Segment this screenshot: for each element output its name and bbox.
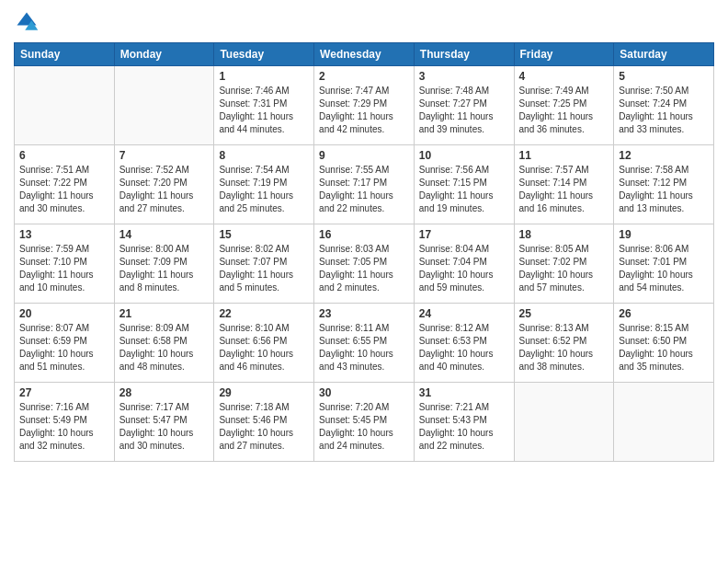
day-number: 26: [619, 307, 709, 320]
day-number: 19: [619, 228, 709, 241]
calendar-cell: [614, 383, 714, 462]
day-info: Sunrise: 8:03 AM Sunset: 7:05 PM Dayligh…: [319, 243, 409, 294]
week-row-2: 6Sunrise: 7:51 AM Sunset: 7:22 PM Daylig…: [15, 145, 714, 224]
day-info: Sunrise: 7:16 AM Sunset: 5:49 PM Dayligh…: [19, 401, 109, 453]
calendar-cell: 21Sunrise: 8:09 AM Sunset: 6:58 PM Dayli…: [114, 304, 214, 383]
calendar-header-row: SundayMondayTuesdayWednesdayThursdayFrid…: [15, 43, 714, 66]
calendar-cell: 16Sunrise: 8:03 AM Sunset: 7:05 PM Dayli…: [314, 224, 415, 304]
day-number: 3: [419, 70, 509, 83]
calendar-cell: 24Sunrise: 8:12 AM Sunset: 6:53 PM Dayli…: [414, 304, 514, 383]
day-info: Sunrise: 7:57 AM Sunset: 7:14 PM Dayligh…: [519, 164, 609, 215]
day-number: 15: [219, 228, 309, 241]
day-info: Sunrise: 7:51 AM Sunset: 7:22 PM Dayligh…: [19, 164, 109, 215]
calendar-cell: [114, 66, 214, 145]
calendar-cell: 3Sunrise: 7:48 AM Sunset: 7:27 PM Daylig…: [414, 66, 514, 145]
day-number: 14: [119, 228, 210, 241]
day-info: Sunrise: 7:48 AM Sunset: 7:27 PM Dayligh…: [419, 85, 509, 136]
day-info: Sunrise: 8:00 AM Sunset: 7:09 PM Dayligh…: [119, 243, 210, 294]
day-header-wednesday: Wednesday: [314, 43, 415, 66]
day-number: 8: [219, 149, 309, 162]
day-number: 20: [19, 307, 109, 320]
day-info: Sunrise: 8:11 AM Sunset: 6:55 PM Dayligh…: [319, 322, 409, 373]
day-number: 10: [419, 149, 509, 162]
day-number: 13: [19, 228, 109, 241]
day-info: Sunrise: 7:47 AM Sunset: 7:29 PM Dayligh…: [319, 85, 409, 136]
day-info: Sunrise: 8:06 AM Sunset: 7:01 PM Dayligh…: [619, 243, 709, 294]
logo-icon: [14, 9, 40, 35]
calendar-cell: 10Sunrise: 7:56 AM Sunset: 7:15 PM Dayli…: [414, 145, 514, 224]
calendar-cell: 6Sunrise: 7:51 AM Sunset: 7:22 PM Daylig…: [15, 145, 115, 224]
day-number: 23: [319, 307, 409, 320]
day-number: 4: [519, 70, 609, 83]
day-info: Sunrise: 8:12 AM Sunset: 6:53 PM Dayligh…: [419, 322, 509, 373]
day-header-tuesday: Tuesday: [214, 43, 314, 66]
day-header-monday: Monday: [114, 43, 214, 66]
day-info: Sunrise: 7:52 AM Sunset: 7:20 PM Dayligh…: [119, 164, 210, 215]
day-number: 16: [319, 228, 409, 241]
day-number: 21: [119, 307, 210, 320]
day-info: Sunrise: 7:46 AM Sunset: 7:31 PM Dayligh…: [219, 85, 309, 136]
day-number: 29: [219, 386, 309, 399]
day-info: Sunrise: 7:54 AM Sunset: 7:19 PM Dayligh…: [219, 164, 309, 215]
day-number: 28: [119, 386, 210, 399]
calendar-cell: 7Sunrise: 7:52 AM Sunset: 7:20 PM Daylig…: [114, 145, 214, 224]
calendar-cell: 29Sunrise: 7:18 AM Sunset: 5:46 PM Dayli…: [214, 383, 314, 462]
week-row-1: 1Sunrise: 7:46 AM Sunset: 7:31 PM Daylig…: [15, 66, 714, 145]
calendar-cell: 31Sunrise: 7:21 AM Sunset: 5:43 PM Dayli…: [414, 383, 514, 462]
calendar-cell: 1Sunrise: 7:46 AM Sunset: 7:31 PM Daylig…: [214, 66, 314, 145]
day-header-thursday: Thursday: [414, 43, 514, 66]
calendar-cell: 14Sunrise: 8:00 AM Sunset: 7:09 PM Dayli…: [114, 224, 214, 304]
day-info: Sunrise: 7:50 AM Sunset: 7:24 PM Dayligh…: [619, 85, 709, 136]
calendar-cell: 9Sunrise: 7:55 AM Sunset: 7:17 PM Daylig…: [314, 145, 415, 224]
day-info: Sunrise: 8:15 AM Sunset: 6:50 PM Dayligh…: [619, 322, 709, 373]
logo: [14, 9, 43, 35]
day-info: Sunrise: 7:56 AM Sunset: 7:15 PM Dayligh…: [419, 164, 509, 215]
day-info: Sunrise: 8:13 AM Sunset: 6:52 PM Dayligh…: [519, 322, 609, 373]
day-number: 7: [119, 149, 210, 162]
week-row-3: 13Sunrise: 7:59 AM Sunset: 7:10 PM Dayli…: [15, 224, 714, 304]
day-number: 22: [219, 307, 309, 320]
day-info: Sunrise: 7:59 AM Sunset: 7:10 PM Dayligh…: [19, 243, 109, 294]
calendar-cell: 4Sunrise: 7:49 AM Sunset: 7:25 PM Daylig…: [514, 66, 614, 145]
day-info: Sunrise: 8:10 AM Sunset: 6:56 PM Dayligh…: [219, 322, 309, 373]
day-number: 12: [619, 149, 709, 162]
day-info: Sunrise: 7:18 AM Sunset: 5:46 PM Dayligh…: [219, 401, 309, 453]
day-info: Sunrise: 8:09 AM Sunset: 6:58 PM Dayligh…: [119, 322, 210, 373]
week-row-4: 20Sunrise: 8:07 AM Sunset: 6:59 PM Dayli…: [15, 304, 714, 383]
calendar-cell: [15, 66, 115, 145]
day-header-friday: Friday: [514, 43, 614, 66]
calendar-cell: 12Sunrise: 7:58 AM Sunset: 7:12 PM Dayli…: [614, 145, 714, 224]
day-info: Sunrise: 7:17 AM Sunset: 5:47 PM Dayligh…: [119, 401, 210, 453]
day-header-sunday: Sunday: [15, 43, 115, 66]
calendar-cell: 11Sunrise: 7:57 AM Sunset: 7:14 PM Dayli…: [514, 145, 614, 224]
day-info: Sunrise: 7:55 AM Sunset: 7:17 PM Dayligh…: [319, 164, 409, 215]
day-number: 18: [519, 228, 609, 241]
calendar-cell: 13Sunrise: 7:59 AM Sunset: 7:10 PM Dayli…: [15, 224, 115, 304]
page: SundayMondayTuesdayWednesdayThursdayFrid…: [0, 0, 728, 563]
calendar-cell: 22Sunrise: 8:10 AM Sunset: 6:56 PM Dayli…: [214, 304, 314, 383]
calendar-cell: 23Sunrise: 8:11 AM Sunset: 6:55 PM Dayli…: [314, 304, 415, 383]
day-number: 31: [419, 386, 509, 399]
day-number: 17: [419, 228, 509, 241]
header: [14, 9, 714, 35]
day-number: 24: [419, 307, 509, 320]
calendar-cell: 19Sunrise: 8:06 AM Sunset: 7:01 PM Dayli…: [614, 224, 714, 304]
week-row-5: 27Sunrise: 7:16 AM Sunset: 5:49 PM Dayli…: [15, 383, 714, 462]
calendar-cell: 5Sunrise: 7:50 AM Sunset: 7:24 PM Daylig…: [614, 66, 714, 145]
day-info: Sunrise: 8:07 AM Sunset: 6:59 PM Dayligh…: [19, 322, 109, 373]
day-number: 1: [219, 70, 309, 83]
calendar-cell: 30Sunrise: 7:20 AM Sunset: 5:45 PM Dayli…: [314, 383, 415, 462]
day-info: Sunrise: 7:21 AM Sunset: 5:43 PM Dayligh…: [419, 401, 509, 453]
calendar-cell: 27Sunrise: 7:16 AM Sunset: 5:49 PM Dayli…: [15, 383, 115, 462]
calendar-cell: 8Sunrise: 7:54 AM Sunset: 7:19 PM Daylig…: [214, 145, 314, 224]
day-number: 2: [319, 70, 409, 83]
calendar-cell: 26Sunrise: 8:15 AM Sunset: 6:50 PM Dayli…: [614, 304, 714, 383]
calendar-cell: 17Sunrise: 8:04 AM Sunset: 7:04 PM Dayli…: [414, 224, 514, 304]
day-info: Sunrise: 7:49 AM Sunset: 7:25 PM Dayligh…: [519, 85, 609, 136]
day-info: Sunrise: 7:58 AM Sunset: 7:12 PM Dayligh…: [619, 164, 709, 215]
day-number: 25: [519, 307, 609, 320]
calendar: SundayMondayTuesdayWednesdayThursdayFrid…: [14, 42, 714, 462]
calendar-cell: 15Sunrise: 8:02 AM Sunset: 7:07 PM Dayli…: [214, 224, 314, 304]
day-number: 9: [319, 149, 409, 162]
calendar-cell: 25Sunrise: 8:13 AM Sunset: 6:52 PM Dayli…: [514, 304, 614, 383]
